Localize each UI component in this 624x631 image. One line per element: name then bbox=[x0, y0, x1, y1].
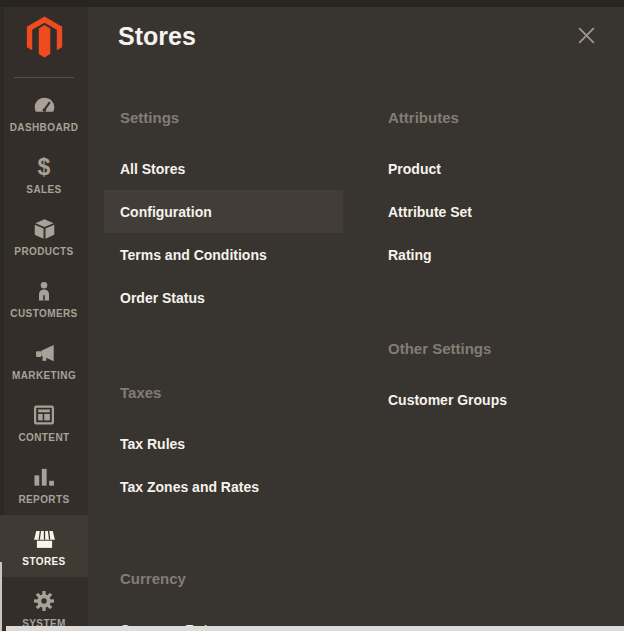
sidebar-item-label: SALES bbox=[26, 184, 61, 196]
sidebar-item-label: MARKETING bbox=[12, 370, 76, 382]
menu-section-settings: Settings All Stores Configuration Terms … bbox=[104, 108, 343, 319]
admin-sidebar: DASHBOARD $ SALES PRODUCTS bbox=[0, 7, 88, 631]
menu-item-customer-groups[interactable]: Customer Groups bbox=[372, 378, 611, 421]
menu-section-attributes: Attributes Product Attribute Set Rating bbox=[372, 108, 611, 276]
menu-item-product[interactable]: Product bbox=[372, 147, 611, 190]
sidebar-item-stores[interactable]: STORES bbox=[0, 515, 88, 577]
menu-section-currency: Currency Currency Rates bbox=[104, 569, 343, 631]
menu-item-tax-zones-and-rates[interactable]: Tax Zones and Rates bbox=[104, 465, 343, 508]
sidebar-item-label: PRODUCTS bbox=[14, 246, 73, 258]
section-heading: Other Settings bbox=[372, 339, 611, 359]
dollar-sign-icon: $ bbox=[38, 153, 51, 181]
close-menu-button[interactable] bbox=[570, 19, 602, 51]
sidebar-item-reports[interactable]: REPORTS bbox=[0, 453, 88, 515]
menu-section-other-settings: Other Settings Customer Groups bbox=[372, 339, 611, 421]
person-icon bbox=[32, 277, 56, 305]
sidebar-item-label: DASHBOARD bbox=[10, 122, 79, 134]
window-top-edge bbox=[0, 0, 624, 7]
sidebar-nav: DASHBOARD $ SALES PRODUCTS bbox=[0, 81, 88, 631]
sidebar-item-system[interactable]: SYSTEM bbox=[0, 577, 88, 631]
dashboard-gauge-icon bbox=[31, 91, 58, 119]
sidebar-item-dashboard[interactable]: DASHBOARD bbox=[0, 81, 88, 143]
section-heading: Currency bbox=[104, 569, 343, 589]
box-icon bbox=[31, 215, 58, 243]
menu-item-terms-and-conditions[interactable]: Terms and Conditions bbox=[104, 233, 343, 276]
sidebar-item-marketing[interactable]: MARKETING bbox=[0, 329, 88, 391]
page-bottom-edge bbox=[6, 626, 624, 631]
sidebar-item-label: STORES bbox=[22, 556, 65, 568]
sidebar-item-label: CUSTOMERS bbox=[10, 308, 77, 320]
sidebar-item-content[interactable]: CONTENT bbox=[0, 391, 88, 453]
section-heading: Taxes bbox=[104, 383, 343, 403]
sidebar-item-label: REPORTS bbox=[18, 494, 69, 506]
section-heading: Attributes bbox=[372, 108, 611, 128]
menu-item-configuration[interactable]: Configuration bbox=[104, 190, 343, 233]
section-heading: Settings bbox=[104, 108, 343, 128]
magento-logo-icon[interactable] bbox=[24, 14, 65, 60]
close-x-icon bbox=[575, 24, 598, 47]
storefront-icon bbox=[31, 525, 58, 553]
menu-title: Stores bbox=[118, 20, 196, 52]
sidebar-item-sales[interactable]: $ SALES bbox=[0, 143, 88, 205]
sidebar-item-products[interactable]: PRODUCTS bbox=[0, 205, 88, 267]
sidebar-item-label: CONTENT bbox=[18, 432, 69, 444]
magento-admin-screen: DASHBOARD $ SALES PRODUCTS bbox=[0, 0, 624, 631]
menu-item-all-stores[interactable]: All Stores bbox=[104, 147, 343, 190]
menu-item-tax-rules[interactable]: Tax Rules bbox=[104, 422, 343, 465]
megaphone-icon bbox=[31, 339, 58, 367]
stores-flyout-menu: Stores Settings All Stores Configuration… bbox=[88, 7, 624, 631]
sidebar-item-customers[interactable]: CUSTOMERS bbox=[0, 267, 88, 329]
gear-icon bbox=[31, 587, 57, 615]
menu-item-attribute-set[interactable]: Attribute Set bbox=[372, 190, 611, 233]
menu-section-taxes: Taxes Tax Rules Tax Zones and Rates bbox=[104, 383, 343, 508]
page-left-edge bbox=[0, 562, 2, 631]
menu-item-order-status[interactable]: Order Status bbox=[104, 276, 343, 319]
layout-icon bbox=[31, 401, 57, 429]
bar-chart-icon bbox=[31, 463, 57, 491]
magento-logo-svg bbox=[24, 14, 65, 60]
menu-item-rating[interactable]: Rating bbox=[372, 233, 611, 276]
sidebar-divider bbox=[14, 77, 74, 78]
